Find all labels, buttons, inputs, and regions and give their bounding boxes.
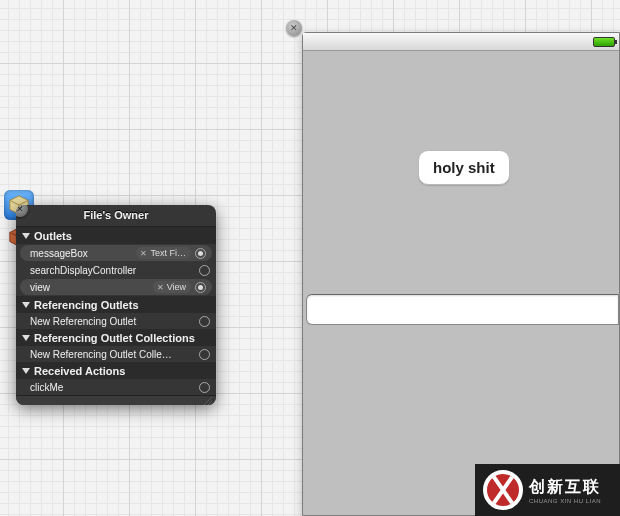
action-row[interactable]: clickMe: [16, 379, 216, 395]
outlet-row[interactable]: New Referencing Outlet: [16, 313, 216, 329]
watermark-text-cn: 创新互联: [529, 477, 601, 498]
section-outlets[interactable]: Outlets: [16, 227, 216, 244]
connection-port-icon[interactable]: [195, 248, 206, 259]
outlet-row[interactable]: messageBox ✕Text Fi…: [20, 245, 212, 261]
section-referencing-outlet-collections[interactable]: Referencing Outlet Collections: [16, 329, 216, 346]
remove-connection-icon[interactable]: ✕: [157, 283, 164, 292]
section-referencing-outlets[interactable]: Referencing Outlets: [16, 296, 216, 313]
panel-title: File's Owner: [16, 205, 216, 227]
holy-shit-button[interactable]: holy shit: [418, 150, 510, 185]
connection-chip[interactable]: ✕Text Fi…: [136, 247, 191, 259]
connections-inspector-panel: ✕ File's Owner Outlets messageBox ✕Text …: [16, 205, 216, 405]
battery-icon: [593, 37, 615, 47]
section-received-actions[interactable]: Received Actions: [16, 362, 216, 379]
outlet-row[interactable]: New Referencing Outlet Colle…: [16, 346, 216, 362]
status-bar: [303, 33, 619, 51]
connection-port-icon[interactable]: [199, 382, 210, 393]
outlet-name: New Referencing Outlet Colle…: [30, 349, 172, 360]
message-text-field[interactable]: [306, 294, 619, 325]
outlet-name: messageBox: [30, 248, 88, 259]
watermark: 创新互联 CHUANG XIN HU LIAN: [475, 464, 620, 516]
section-label: Outlets: [34, 230, 72, 242]
simulated-view-window[interactable]: holy shit: [302, 32, 620, 516]
connection-port-icon[interactable]: [199, 265, 210, 276]
action-name: clickMe: [30, 382, 63, 393]
connection-port-icon[interactable]: [199, 316, 210, 327]
disclosure-triangle-icon: [22, 302, 30, 308]
outlet-name: searchDisplayController: [30, 265, 136, 276]
watermark-logo-icon: [483, 470, 523, 510]
remove-connection-icon[interactable]: ✕: [140, 249, 147, 258]
outlet-row[interactable]: view ✕View: [20, 279, 212, 295]
panel-resize-grip[interactable]: [16, 395, 216, 405]
connection-port-icon[interactable]: [195, 282, 206, 293]
disclosure-triangle-icon: [22, 368, 30, 374]
connection-port-icon[interactable]: [199, 349, 210, 360]
watermark-text-en: CHUANG XIN HU LIAN: [529, 498, 601, 504]
outlet-name: New Referencing Outlet: [30, 316, 136, 327]
section-label: Referencing Outlet Collections: [34, 332, 195, 344]
connection-chip[interactable]: ✕View: [153, 281, 191, 293]
outlet-row[interactable]: searchDisplayController: [16, 262, 216, 278]
close-icon[interactable]: ✕: [286, 20, 302, 36]
outlet-name: view: [30, 282, 50, 293]
section-label: Received Actions: [34, 365, 125, 377]
section-label: Referencing Outlets: [34, 299, 139, 311]
svg-line-4: [204, 397, 212, 405]
disclosure-triangle-icon: [22, 233, 30, 239]
root-view[interactable]: holy shit: [303, 51, 619, 515]
disclosure-triangle-icon: [22, 335, 30, 341]
